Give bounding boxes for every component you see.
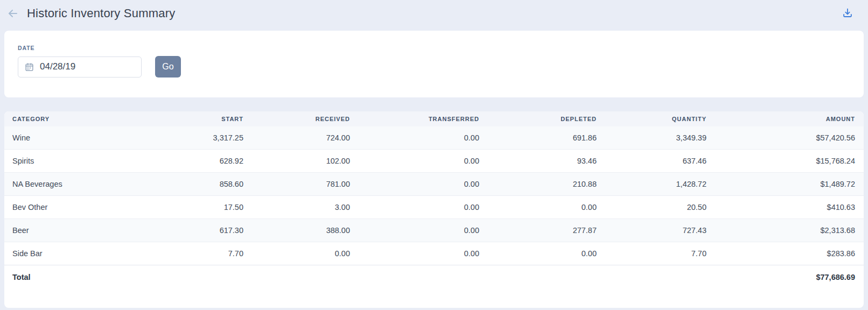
cell-quantity: 1,428.72 <box>597 173 706 196</box>
total-label: Total <box>4 265 139 290</box>
go-button[interactable]: Go <box>155 56 181 78</box>
cell-category: Wine <box>4 126 139 150</box>
cell-received: 781.00 <box>243 173 350 196</box>
cell-amount: $410.63 <box>706 196 864 219</box>
cell-transferred: 0.00 <box>350 126 479 150</box>
cell-amount: $2,313.68 <box>706 219 864 242</box>
cell-depleted: 210.88 <box>479 173 597 196</box>
date-value: 04/28/19 <box>40 61 75 72</box>
table-row-wine: Wine 3,317.25 724.00 0.00 691.86 3,349.3… <box>4 126 864 150</box>
cell-quantity: 637.46 <box>597 150 706 173</box>
cell-transferred: 0.00 <box>350 242 479 265</box>
table-row-spirits: Spirits 628.92 102.00 0.00 93.46 637.46 … <box>4 150 864 173</box>
cell-quantity: 3,349.39 <box>597 126 706 150</box>
total-amount: $77,686.69 <box>706 265 864 290</box>
cell-transferred: 0.00 <box>350 173 479 196</box>
cell-amount: $283.86 <box>706 242 864 265</box>
calendar-icon <box>25 62 34 72</box>
column-header-transferred: TRANSFERRED <box>350 111 479 126</box>
column-header-start: START <box>139 111 243 126</box>
inventory-table: CATEGORY START RECEIVED TRANSFERRED DEPL… <box>4 111 864 289</box>
cell-depleted: 0.00 <box>479 242 597 265</box>
cell-category: Side Bar <box>4 242 139 265</box>
page-header: Historic Inventory Summary <box>0 0 868 27</box>
table-row-side-bar: Side Bar 7.70 0.00 0.00 0.00 7.70 $283.8… <box>4 242 864 265</box>
cell-quantity: 20.50 <box>597 196 706 219</box>
cell-transferred: 0.00 <box>350 150 479 173</box>
back-button[interactable] <box>5 6 20 21</box>
cell-category: Bev Other <box>4 196 139 219</box>
cell-quantity: 7.70 <box>597 242 706 265</box>
cell-depleted: 0.00 <box>479 196 597 219</box>
cell-quantity: 727.43 <box>597 219 706 242</box>
date-input[interactable]: 04/28/19 <box>18 57 142 78</box>
cell-transferred: 0.00 <box>350 219 479 242</box>
column-header-category: CATEGORY <box>4 111 139 126</box>
cell-start: 858.60 <box>139 173 243 196</box>
column-header-quantity: QUANTITY <box>597 111 706 126</box>
cell-depleted: 691.86 <box>479 126 597 150</box>
cell-received: 3.00 <box>243 196 350 219</box>
column-header-depleted: DEPLETED <box>479 111 597 126</box>
cell-start: 628.92 <box>139 150 243 173</box>
cell-start: 3,317.25 <box>139 126 243 150</box>
cell-start: 617.30 <box>139 219 243 242</box>
inventory-summary-card: CATEGORY START RECEIVED TRANSFERRED DEPL… <box>4 111 864 308</box>
cell-amount: $15,768.24 <box>706 150 864 173</box>
column-header-amount: AMOUNT <box>706 111 864 126</box>
date-filter-card: DATE 04/28/19 Go <box>4 31 864 97</box>
date-label: DATE <box>18 45 850 51</box>
table-row-bev-other: Bev Other 17.50 3.00 0.00 0.00 20.50 $41… <box>4 196 864 219</box>
table-header-row: CATEGORY START RECEIVED TRANSFERRED DEPL… <box>4 111 864 126</box>
cell-received: 724.00 <box>243 126 350 150</box>
cell-category: Spirits <box>4 150 139 173</box>
download-icon <box>842 8 853 19</box>
page-title: Historic Inventory Summary <box>27 6 175 20</box>
table-row-beer: Beer 617.30 388.00 0.00 277.87 727.43 $2… <box>4 219 864 242</box>
cell-amount: $1,489.72 <box>706 173 864 196</box>
cell-received: 0.00 <box>243 242 350 265</box>
back-arrow-icon <box>6 7 19 20</box>
table-total-row: Total $77,686.69 <box>4 265 864 290</box>
cell-transferred: 0.00 <box>350 196 479 219</box>
cell-depleted: 277.87 <box>479 219 597 242</box>
cell-received: 102.00 <box>243 150 350 173</box>
cell-start: 7.70 <box>139 242 243 265</box>
table-row-na-beverages: NA Beverages 858.60 781.00 0.00 210.88 1… <box>4 173 864 196</box>
cell-category: NA Beverages <box>4 173 139 196</box>
cell-amount: $57,420.56 <box>706 126 864 150</box>
cell-depleted: 93.46 <box>479 150 597 173</box>
column-header-received: RECEIVED <box>243 111 350 126</box>
download-button[interactable] <box>840 6 855 21</box>
cell-start: 17.50 <box>139 196 243 219</box>
cell-received: 388.00 <box>243 219 350 242</box>
cell-category: Beer <box>4 219 139 242</box>
